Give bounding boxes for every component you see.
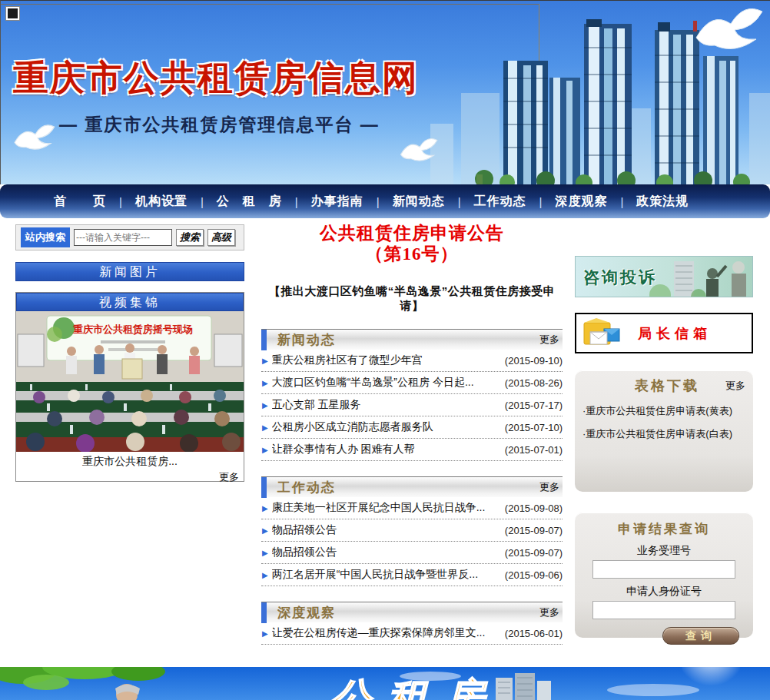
- news-list-item: ▶ 重庆公租房社区有了微型少年宫 (2015-09-10): [261, 350, 563, 372]
- dove-icon: [397, 138, 439, 165]
- news-link[interactable]: 让爱在公租房传递—重庆探索保障房邻里文...: [272, 626, 505, 640]
- section-news-header: 新闻动态 更多: [261, 329, 563, 350]
- news-list-item: ▶ 物品招领公告 (2015-09-07): [261, 519, 563, 542]
- news-date: (2015-07-10): [505, 422, 563, 433]
- arrow-icon: ▶: [262, 549, 268, 557]
- section-depth: 深度观察 更多 ▶ 让爱在公租房传递—重庆探索保障房邻里文... (2015-0…: [261, 602, 563, 645]
- section-accent-bar: [261, 477, 267, 498]
- advanced-search-button[interactable]: 高级: [207, 229, 235, 246]
- news-list-item: ▶ 大渡口区钓鱼嘴“半岛逸景”公租房 今日起... (2015-08-26): [261, 372, 563, 394]
- form-download-more-link[interactable]: 更多: [725, 379, 745, 393]
- search-input[interactable]: [74, 229, 172, 246]
- nav-item-policy[interactable]: 政策法规: [636, 194, 689, 210]
- search-button[interactable]: 搜索: [176, 229, 204, 246]
- section-work-header: 工作动态 更多: [261, 476, 563, 497]
- video-panel-header[interactable]: 视频集锦: [16, 293, 244, 311]
- dove-icon: [689, 7, 765, 57]
- section-accent-bar: [261, 602, 267, 623]
- video-thumbnail[interactable]: 重庆市公共租赁房摇号现场: [16, 311, 244, 452]
- news-date: (2015-09-07): [505, 547, 563, 559]
- arrow-icon: ▶: [262, 526, 268, 535]
- video-caption[interactable]: 重庆市公共租赁房...: [16, 455, 244, 469]
- arrow-icon: ▶: [262, 504, 268, 513]
- query-panel-title: 申请结果查询: [575, 520, 753, 538]
- more-link[interactable]: 更多: [539, 605, 563, 619]
- news-date: (2015-09-08): [505, 503, 563, 514]
- news-link[interactable]: 康庄美地一社区开展纪念中国人民抗日战争...: [272, 501, 505, 515]
- id-number-input[interactable]: [592, 601, 735, 619]
- news-link[interactable]: 五心支部 五星服务: [272, 398, 505, 412]
- form-download-title: 表格下载: [582, 377, 725, 395]
- news-link[interactable]: 重庆公租房社区有了微型少年宫: [272, 353, 505, 367]
- section-work: 工作动态 更多 ▶ 康庄美地一社区开展纪念中国人民抗日战争... (2015-0…: [261, 476, 563, 586]
- bottom-banner-art: 公租房: [0, 667, 770, 700]
- banner-calligraphy-text: 公租房: [330, 675, 501, 700]
- announcement-title-line2: （第16号）: [261, 244, 563, 264]
- nav-item-guide[interactable]: 办事指南: [311, 194, 363, 210]
- id-number-label: 申请人身份证号: [575, 585, 753, 599]
- section-title: 深度观察: [277, 604, 539, 622]
- news-link[interactable]: 大渡口区钓鱼嘴“半岛逸景”公租房 今日起...: [272, 376, 505, 390]
- mailbox-icon: [581, 317, 624, 350]
- site-title: 重庆市公共租赁房信息网: [13, 55, 443, 102]
- nav-item-org[interactable]: 机构设置: [135, 194, 188, 210]
- video-banner-text: 重庆市公共租赁房摇号现场: [73, 323, 193, 335]
- nav-separator: |: [539, 195, 543, 208]
- news-link[interactable]: 让群众事情有人办 困难有人帮: [272, 443, 505, 456]
- news-link[interactable]: 公租房小区成立消防志愿者服务队: [272, 420, 505, 434]
- video-more-link[interactable]: 更多: [16, 470, 244, 484]
- download-link-yellow-form[interactable]: ·重庆市公共租赁住房申请表(黄表): [582, 404, 745, 418]
- news-link[interactable]: 两江名居开展“中国人民抗日战争暨世界反...: [272, 568, 505, 582]
- arrow-icon: ▶: [262, 446, 268, 454]
- main-content: 公共租赁住房申请公告 （第16号） 【推出大渡口区钓鱼嘴“半岛逸景”公共租赁住房…: [261, 223, 563, 645]
- dove-icon: [10, 124, 56, 154]
- nav-item-depth[interactable]: 深度观察: [555, 194, 607, 210]
- nav-item-home[interactable]: 首 页: [54, 194, 106, 210]
- nav-item-news[interactable]: 新闻动态: [393, 194, 445, 210]
- nav-item-gongzufang[interactable]: 公 租 房: [217, 194, 282, 210]
- main-nav: 首 页 | 机构设置 | 公 租 房 | 办事指南 | 新闻动态 | 工作动态 …: [0, 184, 770, 218]
- arrow-icon: ▶: [262, 571, 268, 579]
- news-list-item: ▶ 让爱在公租房传递—重庆探索保障房邻里文... (2015-06-01): [261, 622, 563, 645]
- news-date: (2015-07-17): [505, 400, 563, 411]
- section-title: 工作动态: [277, 479, 539, 496]
- news-date: (2015-09-10): [505, 355, 563, 367]
- more-link[interactable]: 更多: [539, 480, 563, 494]
- broken-image-icon: [5, 6, 20, 21]
- section-depth-header: 深度观察 更多: [261, 602, 563, 622]
- director-mailbox-banner[interactable]: 局长信箱: [575, 313, 753, 353]
- site-subtitle: — 重庆市公共租赁房管理信息平台 —: [59, 113, 380, 137]
- news-pictures-header[interactable]: 新闻图片: [15, 262, 244, 281]
- news-date: (2015-07-01): [505, 444, 563, 456]
- nav-separator: |: [377, 195, 380, 208]
- query-submit-button[interactable]: 查询: [662, 627, 739, 645]
- business-number-label: 业务受理号: [575, 544, 753, 558]
- site-header: 重庆市公共租赁房信息网 — 重庆市公共租赁房管理信息平台 —: [0, 0, 770, 184]
- download-link-white-form[interactable]: ·重庆市公共租赁住房申请表(白表): [582, 427, 745, 441]
- form-download-panel: 表格下载 更多 ·重庆市公共租赁住房申请表(黄表) ·重庆市公共租赁住房申请表(…: [575, 370, 753, 492]
- news-list-item: ▶ 物品招领公告 (2015-09-07): [261, 542, 563, 564]
- site-search-box: 站内搜索 搜索 高级: [15, 224, 244, 250]
- news-list-item: ▶ 五心支部 五星服务 (2015-07-17): [261, 394, 563, 416]
- announcement-subtitle[interactable]: 【推出大渡口区钓鱼嘴“半岛逸景”公共租赁住房接受申请】: [261, 284, 563, 314]
- news-link[interactable]: 物品招领公告: [272, 523, 505, 537]
- nav-separator: |: [119, 195, 122, 208]
- news-list-item: ▶ 让群众事情有人办 困难有人帮 (2015-07-01): [261, 439, 563, 461]
- nav-item-work[interactable]: 工作动态: [474, 194, 526, 210]
- bottom-promo-banner[interactable]: 公租房: [0, 667, 770, 700]
- section-accent-bar: [261, 330, 267, 350]
- news-date: (2015-09-06): [505, 569, 563, 581]
- business-number-input[interactable]: [592, 560, 735, 579]
- director-mailbox-label: 局长信箱: [638, 324, 712, 343]
- news-date: (2015-09-07): [505, 525, 563, 536]
- news-date: (2015-08-26): [505, 377, 563, 389]
- more-link[interactable]: 更多: [539, 333, 563, 347]
- section-title: 新闻动态: [277, 331, 539, 349]
- announcement-title[interactable]: 公共租赁住房申请公告 （第16号）: [261, 223, 563, 264]
- consult-complaint-banner[interactable]: 咨询投诉: [575, 256, 753, 297]
- nav-separator: |: [620, 195, 623, 208]
- nav-separator: |: [201, 195, 204, 208]
- news-date: (2015-06-01): [505, 628, 563, 639]
- arrow-icon: ▶: [262, 401, 268, 410]
- news-link[interactable]: 物品招领公告: [272, 546, 505, 559]
